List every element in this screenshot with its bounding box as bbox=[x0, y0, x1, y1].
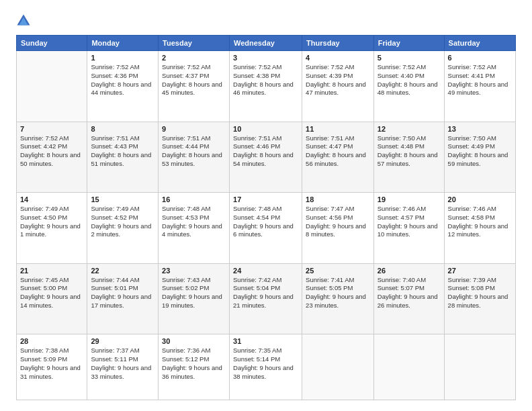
day-number: 26 bbox=[378, 267, 441, 275]
calendar-cell: 10Sunrise: 7:51 AMSunset: 4:46 PMDayligh… bbox=[230, 122, 302, 193]
calendar-cell: 17Sunrise: 7:48 AMSunset: 4:54 PMDayligh… bbox=[230, 193, 302, 264]
day-info: Sunrise: 7:52 AMSunset: 4:36 PMDaylight:… bbox=[91, 63, 154, 97]
day-info: Sunrise: 7:50 AMSunset: 4:48 PMDaylight:… bbox=[378, 134, 441, 169]
day-info: Sunrise: 7:51 AMSunset: 4:43 PMDaylight:… bbox=[91, 134, 154, 169]
calendar-cell: 4Sunrise: 7:52 AMSunset: 4:39 PMDaylight… bbox=[302, 51, 374, 122]
day-info: Sunrise: 7:43 AMSunset: 5:02 PMDaylight:… bbox=[162, 276, 226, 310]
day-number: 2 bbox=[162, 54, 226, 62]
calendar-week-row: 7Sunrise: 7:52 AMSunset: 4:42 PMDaylight… bbox=[17, 122, 516, 193]
calendar-cell: 22Sunrise: 7:44 AMSunset: 5:01 PMDayligh… bbox=[87, 263, 159, 334]
day-info: Sunrise: 7:36 AMSunset: 5:12 PMDaylight:… bbox=[162, 347, 226, 381]
calendar-cell: 1Sunrise: 7:52 AMSunset: 4:36 PMDaylight… bbox=[87, 51, 159, 122]
day-info: Sunrise: 7:48 AMSunset: 4:54 PMDaylight:… bbox=[233, 205, 298, 239]
day-info: Sunrise: 7:52 AMSunset: 4:41 PMDaylight:… bbox=[448, 63, 512, 97]
day-info: Sunrise: 7:52 AMSunset: 4:42 PMDaylight:… bbox=[20, 134, 83, 169]
calendar-cell: 30Sunrise: 7:36 AMSunset: 5:12 PMDayligh… bbox=[159, 334, 230, 400]
logo-icon bbox=[16, 13, 31, 28]
day-number: 6 bbox=[448, 54, 512, 62]
calendar-cell: 26Sunrise: 7:40 AMSunset: 5:07 PMDayligh… bbox=[373, 263, 444, 334]
calendar-cell: 21Sunrise: 7:45 AMSunset: 5:00 PMDayligh… bbox=[17, 263, 87, 334]
day-info: Sunrise: 7:37 AMSunset: 5:11 PMDaylight:… bbox=[91, 347, 154, 381]
day-info: Sunrise: 7:49 AMSunset: 4:50 PMDaylight:… bbox=[20, 205, 83, 239]
day-info: Sunrise: 7:52 AMSunset: 4:40 PMDaylight:… bbox=[378, 63, 441, 97]
day-info: Sunrise: 7:44 AMSunset: 5:01 PMDaylight:… bbox=[91, 276, 154, 310]
calendar-week-row: 28Sunrise: 7:38 AMSunset: 5:09 PMDayligh… bbox=[17, 334, 516, 400]
day-number: 19 bbox=[378, 195, 441, 203]
day-info: Sunrise: 7:42 AMSunset: 5:04 PMDaylight:… bbox=[233, 276, 298, 310]
day-number: 9 bbox=[162, 125, 226, 133]
day-number: 29 bbox=[91, 337, 154, 345]
day-number: 11 bbox=[306, 125, 370, 133]
day-info: Sunrise: 7:38 AMSunset: 5:09 PMDaylight:… bbox=[20, 347, 83, 381]
logo bbox=[16, 13, 34, 28]
day-number: 12 bbox=[378, 125, 441, 133]
day-number: 13 bbox=[448, 125, 512, 133]
day-number: 22 bbox=[91, 267, 154, 275]
calendar-cell bbox=[444, 334, 515, 400]
weekday-header-wednesday: Wednesday bbox=[230, 36, 302, 51]
day-number: 25 bbox=[306, 267, 370, 275]
day-number: 18 bbox=[306, 195, 370, 203]
day-info: Sunrise: 7:45 AMSunset: 5:00 PMDaylight:… bbox=[20, 276, 83, 310]
day-info: Sunrise: 7:41 AMSunset: 5:05 PMDaylight:… bbox=[306, 276, 370, 310]
day-info: Sunrise: 7:49 AMSunset: 4:52 PMDaylight:… bbox=[91, 205, 154, 239]
calendar-cell: 6Sunrise: 7:52 AMSunset: 4:41 PMDaylight… bbox=[444, 51, 515, 122]
calendar-cell: 19Sunrise: 7:46 AMSunset: 4:57 PMDayligh… bbox=[373, 193, 444, 264]
calendar-cell: 31Sunrise: 7:35 AMSunset: 5:14 PMDayligh… bbox=[230, 334, 302, 400]
day-info: Sunrise: 7:52 AMSunset: 4:37 PMDaylight:… bbox=[162, 63, 226, 97]
calendar-header-row: SundayMondayTuesdayWednesdayThursdayFrid… bbox=[17, 36, 516, 51]
calendar-table: SundayMondayTuesdayWednesdayThursdayFrid… bbox=[16, 35, 516, 400]
day-number: 17 bbox=[233, 195, 298, 203]
day-info: Sunrise: 7:51 AMSunset: 4:47 PMDaylight:… bbox=[306, 134, 370, 169]
calendar-cell: 20Sunrise: 7:46 AMSunset: 4:58 PMDayligh… bbox=[444, 193, 515, 264]
weekday-header-saturday: Saturday bbox=[444, 36, 515, 51]
calendar-week-row: 21Sunrise: 7:45 AMSunset: 5:00 PMDayligh… bbox=[17, 263, 516, 334]
calendar-cell: 8Sunrise: 7:51 AMSunset: 4:43 PMDaylight… bbox=[87, 122, 159, 193]
calendar-cell: 28Sunrise: 7:38 AMSunset: 5:09 PMDayligh… bbox=[17, 334, 87, 400]
day-info: Sunrise: 7:51 AMSunset: 4:46 PMDaylight:… bbox=[233, 134, 298, 169]
day-number: 21 bbox=[20, 267, 83, 275]
calendar-cell: 24Sunrise: 7:42 AMSunset: 5:04 PMDayligh… bbox=[230, 263, 302, 334]
day-number: 1 bbox=[91, 54, 154, 62]
day-info: Sunrise: 7:50 AMSunset: 4:49 PMDaylight:… bbox=[448, 134, 512, 169]
calendar-cell bbox=[17, 51, 87, 122]
day-number: 27 bbox=[448, 267, 512, 275]
calendar-cell: 9Sunrise: 7:51 AMSunset: 4:44 PMDaylight… bbox=[159, 122, 230, 193]
day-number: 30 bbox=[162, 337, 226, 345]
calendar-cell: 23Sunrise: 7:43 AMSunset: 5:02 PMDayligh… bbox=[159, 263, 230, 334]
day-number: 14 bbox=[20, 195, 83, 203]
calendar-cell: 5Sunrise: 7:52 AMSunset: 4:40 PMDaylight… bbox=[373, 51, 444, 122]
calendar-cell: 16Sunrise: 7:48 AMSunset: 4:53 PMDayligh… bbox=[159, 193, 230, 264]
day-number: 7 bbox=[20, 125, 83, 133]
day-number: 16 bbox=[162, 195, 226, 203]
day-number: 4 bbox=[306, 54, 370, 62]
day-number: 3 bbox=[233, 54, 298, 62]
day-info: Sunrise: 7:46 AMSunset: 4:57 PMDaylight:… bbox=[378, 205, 441, 239]
day-number: 8 bbox=[91, 125, 154, 133]
calendar-cell: 12Sunrise: 7:50 AMSunset: 4:48 PMDayligh… bbox=[373, 122, 444, 193]
day-info: Sunrise: 7:52 AMSunset: 4:38 PMDaylight:… bbox=[233, 63, 298, 97]
calendar-cell: 3Sunrise: 7:52 AMSunset: 4:38 PMDaylight… bbox=[230, 51, 302, 122]
calendar-cell: 14Sunrise: 7:49 AMSunset: 4:50 PMDayligh… bbox=[17, 193, 87, 264]
day-info: Sunrise: 7:39 AMSunset: 5:08 PMDaylight:… bbox=[448, 276, 512, 310]
calendar-cell: 29Sunrise: 7:37 AMSunset: 5:11 PMDayligh… bbox=[87, 334, 159, 400]
calendar-cell: 7Sunrise: 7:52 AMSunset: 4:42 PMDaylight… bbox=[17, 122, 87, 193]
day-number: 20 bbox=[448, 195, 512, 203]
weekday-header-monday: Monday bbox=[87, 36, 159, 51]
calendar-week-row: 14Sunrise: 7:49 AMSunset: 4:50 PMDayligh… bbox=[17, 193, 516, 264]
calendar-cell: 27Sunrise: 7:39 AMSunset: 5:08 PMDayligh… bbox=[444, 263, 515, 334]
day-number: 24 bbox=[233, 267, 298, 275]
calendar-cell bbox=[373, 334, 444, 400]
weekday-header-thursday: Thursday bbox=[302, 36, 374, 51]
page: SundayMondayTuesdayWednesdayThursdayFrid… bbox=[0, 0, 532, 411]
day-info: Sunrise: 7:35 AMSunset: 5:14 PMDaylight:… bbox=[233, 347, 298, 381]
weekday-header-tuesday: Tuesday bbox=[159, 36, 230, 51]
header bbox=[16, 13, 516, 28]
calendar-cell: 2Sunrise: 7:52 AMSunset: 4:37 PMDaylight… bbox=[159, 51, 230, 122]
day-info: Sunrise: 7:40 AMSunset: 5:07 PMDaylight:… bbox=[378, 276, 441, 310]
day-info: Sunrise: 7:48 AMSunset: 4:53 PMDaylight:… bbox=[162, 205, 226, 239]
day-info: Sunrise: 7:47 AMSunset: 4:56 PMDaylight:… bbox=[306, 205, 370, 239]
day-number: 5 bbox=[378, 54, 441, 62]
day-number: 23 bbox=[162, 267, 226, 275]
day-info: Sunrise: 7:52 AMSunset: 4:39 PMDaylight:… bbox=[306, 63, 370, 97]
